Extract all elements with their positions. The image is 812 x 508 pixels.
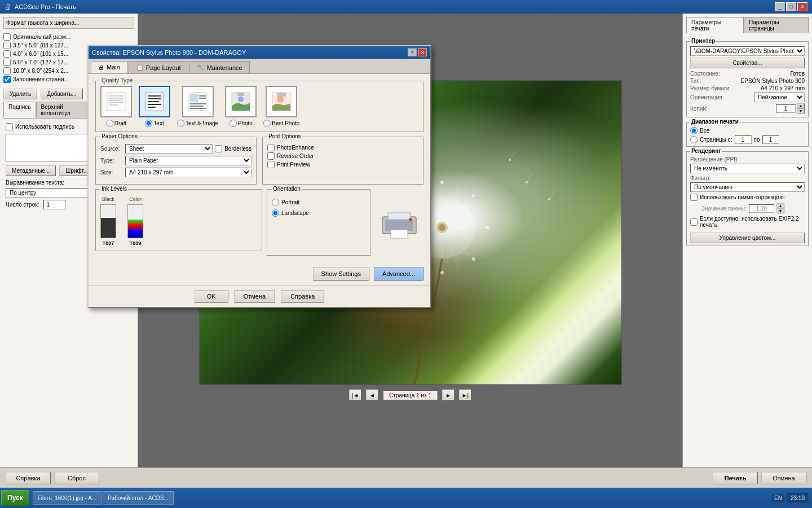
maintenance-tab-icon: 🔧 bbox=[197, 64, 205, 71]
ink-color-name: Color bbox=[129, 196, 142, 202]
text-image-label: Text & Image bbox=[186, 120, 218, 126]
quality-best-photo: Best Photo bbox=[263, 86, 299, 127]
modal-overlay: Свойства: EPSON Stylus Photo 900 - DOM-D… bbox=[0, 0, 812, 508]
draft-icon-box[interactable] bbox=[100, 86, 132, 117]
quality-text: Text bbox=[139, 86, 170, 127]
print-preview-checkbox[interactable] bbox=[267, 161, 275, 168]
dialog-buttons: OK Отмена Справка bbox=[89, 285, 430, 307]
ink-black-name: Black bbox=[102, 196, 114, 202]
reverse-order-checkbox[interactable] bbox=[267, 152, 275, 160]
svg-rect-46 bbox=[190, 94, 198, 102]
orientation-printer-row: Orientation Portrait Landscape bbox=[267, 189, 423, 256]
svg-point-62 bbox=[409, 218, 412, 221]
quality-options: Draft bbox=[100, 86, 418, 127]
photo-radio[interactable] bbox=[230, 120, 237, 127]
text-radio[interactable] bbox=[145, 120, 152, 127]
source-label: Source: bbox=[100, 146, 123, 152]
dialog-tabs: 🖨 Main 📋 Page Layout 🔧 Maintenance bbox=[89, 59, 430, 74]
svg-point-53 bbox=[238, 97, 244, 102]
orientation-section: Orientation Portrait Landscape bbox=[267, 189, 370, 256]
portrait-row: Portrait bbox=[272, 199, 365, 206]
ink-levels-section: Ink Levels Black T007 Color T009 bbox=[95, 189, 262, 251]
dialog-close-btn[interactable]: ✕ bbox=[418, 49, 427, 56]
ink-orientation-row: Ink Levels Black T007 Color T009 bbox=[95, 189, 423, 256]
borderless-label: Borderless bbox=[224, 146, 251, 152]
dialog-title-buttons: ? ✕ bbox=[408, 49, 427, 56]
photo-enhance-row: PhotoEnhance bbox=[267, 144, 418, 151]
photo-icon-box[interactable] bbox=[225, 86, 257, 117]
dialog-cancel-btn[interactable]: Отмена bbox=[234, 290, 275, 303]
dialog-main-content: Quality Type bbox=[89, 74, 430, 267]
portrait-radio[interactable] bbox=[272, 199, 279, 206]
show-settings-btn[interactable]: Show Settings bbox=[313, 267, 369, 281]
paper-options-label: Paper Options bbox=[100, 133, 139, 139]
text-image-radio-row: Text & Image bbox=[177, 120, 218, 127]
svg-point-56 bbox=[277, 96, 284, 103]
dialog-help-btn-bottom[interactable]: Справка bbox=[281, 290, 324, 303]
paper-type-label: Type: bbox=[100, 157, 123, 164]
quality-draft: Draft bbox=[100, 86, 132, 127]
paper-type-row: Type: Plain Paper bbox=[100, 156, 251, 165]
svg-rect-57 bbox=[277, 93, 286, 97]
photo-enhance-checkbox[interactable] bbox=[267, 144, 275, 151]
ink-color-fill bbox=[128, 220, 143, 238]
orientation-section-label: Orientation bbox=[272, 186, 302, 192]
paper-options-section: Paper Options Source: Sheet Borderless T… bbox=[95, 137, 257, 185]
settings-advanced-row: Show Settings Advanced... bbox=[89, 267, 430, 285]
ink-black-fill bbox=[101, 218, 116, 238]
text-image-icon-box[interactable] bbox=[182, 86, 214, 117]
draft-icon-svg bbox=[105, 90, 127, 113]
best-photo-label: Best Photo bbox=[272, 120, 299, 126]
dialog-title-text: Свойства: EPSON Stylus Photo 900 - DOM-D… bbox=[92, 49, 246, 56]
print-options-section: Print Options PhotoEnhance Reverse Order… bbox=[262, 137, 423, 185]
reverse-order-label: Reverse Order bbox=[277, 153, 314, 159]
svg-rect-59 bbox=[385, 220, 413, 231]
quality-text-image: Text & Image bbox=[177, 86, 218, 127]
dialog-tab-layout[interactable]: 📋 Page Layout bbox=[129, 61, 188, 73]
text-image-icon-svg bbox=[187, 90, 209, 113]
borderless-checkbox[interactable] bbox=[215, 145, 222, 152]
paper-type-select[interactable]: Plain Paper bbox=[125, 156, 251, 165]
source-select[interactable]: Sheet bbox=[125, 144, 213, 154]
photo-enhance-label: PhotoEnhance bbox=[277, 144, 314, 151]
paper-size-select[interactable]: A4 210 x 297 mm bbox=[125, 168, 251, 177]
printer-icon-area bbox=[375, 189, 423, 256]
ink-black-bar bbox=[100, 204, 116, 238]
print-preview-label: Print Preview bbox=[277, 161, 310, 168]
ink-black-item: Black T007 bbox=[100, 196, 116, 246]
best-photo-radio-row: Best Photo bbox=[263, 120, 299, 127]
dialog-tab-maintenance[interactable]: 🔧 Maintenance bbox=[189, 61, 250, 73]
ink-color-bar bbox=[127, 204, 143, 238]
best-photo-radio[interactable] bbox=[263, 120, 271, 127]
maintenance-tab-label: Maintenance bbox=[207, 64, 242, 71]
text-icon-box[interactable] bbox=[139, 86, 170, 117]
dialog-title-bar: Свойства: EPSON Stylus Photo 900 - DOM-D… bbox=[89, 46, 430, 59]
dialog-help-btn[interactable]: ? bbox=[408, 49, 417, 56]
svg-rect-33 bbox=[107, 93, 125, 111]
best-photo-icon-svg bbox=[270, 90, 293, 113]
dialog-ok-btn[interactable]: OK bbox=[195, 290, 228, 303]
landscape-radio[interactable] bbox=[272, 209, 279, 217]
text-image-radio[interactable] bbox=[177, 120, 184, 127]
text-label: Text bbox=[153, 120, 164, 126]
text-radio-row: Text bbox=[145, 120, 164, 127]
reverse-order-row: Reverse Order bbox=[267, 152, 418, 160]
main-tab-label: Main bbox=[107, 64, 120, 71]
best-photo-icon-box[interactable] bbox=[266, 86, 297, 117]
photo-icon-svg bbox=[230, 90, 252, 113]
orientation-options: Portrait Landscape bbox=[272, 199, 365, 218]
draft-radio[interactable] bbox=[106, 120, 113, 127]
quality-type-label: Quality Type bbox=[100, 77, 134, 84]
svg-rect-54 bbox=[237, 93, 244, 96]
svg-rect-61 bbox=[391, 230, 408, 238]
paper-size-row-dialog: Size: A4 210 x 297 mm bbox=[100, 168, 251, 177]
print-preview-row: Print Preview bbox=[267, 161, 418, 168]
text-icon-svg bbox=[143, 90, 166, 113]
ink-black-level: T007 bbox=[103, 240, 114, 246]
svg-rect-60 bbox=[388, 213, 411, 220]
quality-photo: Photo bbox=[225, 86, 257, 127]
printer-properties-dialog: Свойства: EPSON Stylus Photo 900 - DOM-D… bbox=[87, 45, 431, 308]
advanced-btn[interactable]: Advanced... bbox=[374, 267, 423, 281]
layout-tab-label: Page Layout bbox=[146, 64, 181, 71]
dialog-tab-main[interactable]: 🖨 Main bbox=[91, 61, 127, 73]
